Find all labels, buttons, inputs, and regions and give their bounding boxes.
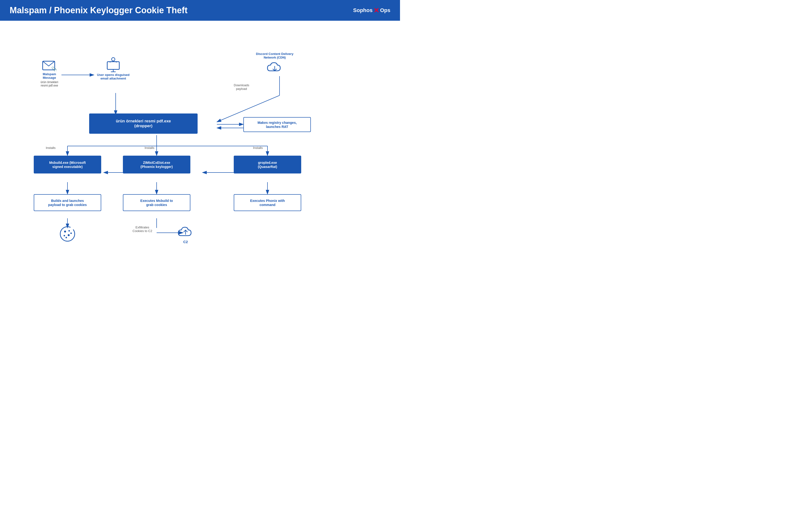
sophos-logo: Sophos ✕ Ops [353,6,391,15]
executes-phonix-box: Executes Phonix with command [234,194,301,211]
msbuild-box: Msbuild.exe (Microsoft signed executable… [34,156,101,173]
exfiltrates-label: Exfiltrates Cookies to C2 [133,226,152,233]
header: Malspam / Phoenix Keylogger Cookie Theft… [0,0,400,21]
downloads-payload-label: Downloads payload [234,83,249,91]
builds-payload-label: Builds and launches payload to grab cook… [48,199,87,207]
discord-cdn-area: Discord Content Delivery Network (CDN) [251,52,299,74]
user-icon-area: User opens disguised email attachment [94,57,133,80]
executes-phonix-label: Executes Phonix with command [250,199,285,207]
page-title: Malspam / Phoenix Keylogger Cookie Theft [9,5,188,15]
installs-right-label: Installs [253,146,263,150]
registry-box: Makes registry changes, launches RAT [243,117,311,132]
email-icon: 📎 [42,59,57,71]
svg-point-33 [68,234,70,236]
c2-icon-area: C2 [171,226,200,244]
svg-point-31 [69,230,70,231]
svg-point-34 [65,237,67,238]
user-label: User opens disguised email attachment [94,73,133,80]
installs-left-label: Installs [46,146,55,150]
diagram: 📎 Malspam Message ürün örnekleri resmi p… [15,28,385,245]
installs-mid-label: Installs [145,146,154,150]
dropper-label: ürün örnekleri resmi pdf.exe (dropper) [116,119,171,128]
logo-x-icon: ✕ [374,6,379,15]
svg-point-35 [70,232,72,234]
cloud-download-icon [266,61,283,74]
quasar-box: gropled.exe (QuasarRat) [234,156,301,173]
logo-ops-text: Ops [380,7,391,14]
executes-msbuild-label: Executes Msbuild to grab cookies [140,199,173,207]
registry-label: Makes registry changes, launches RAT [258,121,297,129]
svg-point-32 [64,235,65,236]
svg-rect-24 [107,62,119,70]
msbuild-label: Msbuild.exe (Microsoft signed executable… [49,161,86,169]
phoenix-label: ZIMtxICxEtot.exe (Phoenix keylogger) [140,161,173,169]
executes-msbuild-box: Executes Msbuild to grab cookies [123,194,190,211]
discord-label: Discord Content Delivery Network (CDN) [251,52,299,59]
cookie-icon [59,226,76,242]
quasar-label: gropled.exe (QuasarRat) [258,161,277,169]
malspam-icon-area: 📎 Malspam Message ürün örnekleri resmi p… [34,59,65,87]
logo-sophos-text: Sophos [353,7,373,14]
c2-label: C2 [171,240,200,244]
main-content: 📎 Malspam Message ürün örnekleri resmi p… [0,21,400,254]
svg-text:📎: 📎 [51,66,57,71]
svg-point-27 [112,58,115,61]
svg-point-30 [64,231,66,232]
malspam-filename: ürün örnekleri resmi pdf.exe [34,80,65,87]
phoenix-box: ZIMtxICxEtot.exe (Phoenix keylogger) [123,156,190,173]
builds-payload-box: Builds and launches payload to grab cook… [34,194,101,211]
cookie-icon-area [52,226,83,242]
dropper-box: ürün örnekleri resmi pdf.exe (dropper) [89,113,197,134]
c2-cloud-icon [177,226,194,239]
malspam-label: Malspam Message [34,72,65,79]
user-computer-icon [105,57,122,73]
